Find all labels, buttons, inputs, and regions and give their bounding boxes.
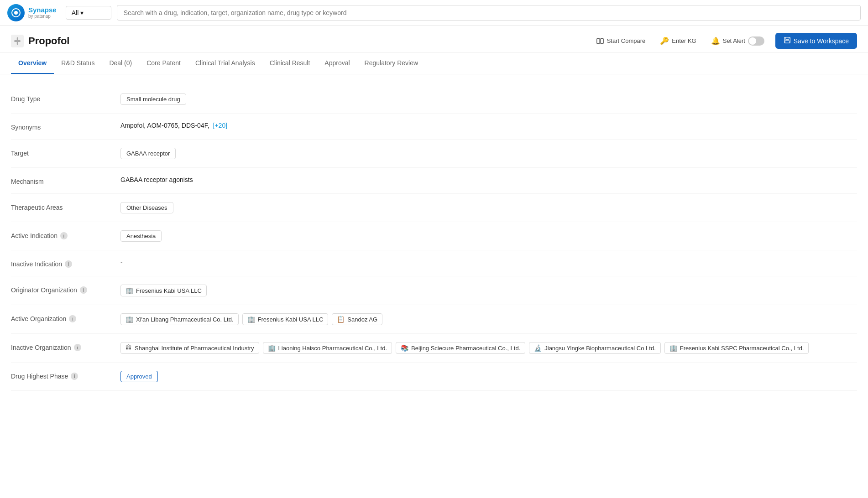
- synonyms-more-link[interactable]: [+20]: [213, 122, 228, 129]
- inactive-org-tag-4: 🏢 Fresenius Kabi SSPC Pharmaceutical Co.…: [664, 342, 809, 354]
- active-indication-label: Active Indication i: [11, 230, 120, 239]
- active-indication-tag: Anesthesia: [120, 230, 162, 242]
- tab-core-patent[interactable]: Core Patent: [139, 53, 188, 74]
- target-label: Target: [11, 148, 120, 157]
- tab-bar: Overview R&D Status Deal (0) Core Patent…: [0, 53, 868, 74]
- mechanism-value: GABAA receptor agonists: [120, 176, 857, 183]
- enter-kg-button[interactable]: 🔑 Enter KG: [656, 34, 700, 48]
- mechanism-row: Mechanism GABAA receptor agonists: [11, 168, 857, 194]
- synonyms-label: Synonyms: [11, 122, 120, 131]
- target-row: Target GABAA receptor: [11, 140, 857, 168]
- active-org-name-0: Xi'an Libang Pharmaceutical Co. Ltd.: [136, 316, 234, 323]
- logo-text: Synapse by patsnap: [28, 6, 57, 19]
- drug-highest-phase-tag: Approved: [120, 371, 158, 382]
- inactive-org-tag-3: 🔬 Jiangsu Yingke Biopharmaceutical Co Lt…: [529, 342, 661, 354]
- alert-icon: 🔔: [711, 36, 720, 45]
- svg-point-1: [14, 11, 18, 15]
- drug-highest-phase-row: Drug Highest Phase i Approved: [11, 363, 857, 391]
- originator-org-label: Originator Organization i: [11, 285, 120, 294]
- active-org-row: Active Organization i 🏢 Xi'an Libang Pha…: [11, 305, 857, 334]
- inactive-org-name-1: Liaoning Haisco Pharmaceutical Co., Ltd.: [278, 345, 387, 352]
- originator-org-value: 🏢 Fresenius Kabi USA LLC: [120, 285, 857, 296]
- inactive-org-info-icon[interactable]: i: [74, 344, 81, 351]
- compare-icon: [596, 36, 604, 45]
- drug-type-value: Small molecule drug: [120, 93, 857, 105]
- svg-rect-7: [785, 41, 790, 43]
- page-title: Propofol: [28, 35, 69, 47]
- drug-type-label: Drug Type: [11, 93, 120, 103]
- inactive-org-tag-1: 🏢 Liaoning Haisco Pharmaceutical Co., Lt…: [263, 342, 392, 354]
- synonyms-value: Ampofol, AOM-0765, DDS-04F, [+20]: [120, 122, 857, 129]
- enter-kg-label: Enter KG: [672, 37, 696, 44]
- inactive-org-tag-0: 🏛 Shanghai Institute of Pharmaceutical I…: [120, 342, 259, 354]
- logo-icon: [7, 4, 25, 21]
- inactive-indication-row: Inactive Indication i -: [11, 250, 857, 276]
- inactive-indication-value: -: [120, 259, 857, 266]
- originator-org-info-icon[interactable]: i: [80, 286, 87, 294]
- target-tag: GABAA receptor: [120, 148, 176, 159]
- inactive-indication-dash: -: [120, 259, 123, 266]
- toggle-knob: [749, 37, 756, 45]
- tab-rd-status[interactable]: R&D Status: [54, 53, 102, 74]
- target-value: GABAA receptor: [120, 148, 857, 159]
- overview-content: Drug Type Small molecule drug Synonyms A…: [0, 74, 868, 402]
- tab-regulatory-review[interactable]: Regulatory Review: [357, 53, 426, 74]
- start-compare-label: Start Compare: [607, 37, 646, 44]
- therapeutic-areas-tag: Other Diseases: [120, 202, 173, 213]
- logo: Synapse by patsnap: [7, 4, 57, 21]
- save-workspace-button[interactable]: Save to Workspace: [775, 33, 857, 49]
- drug-type-tag: Small molecule drug: [120, 93, 186, 105]
- set-alert-button[interactable]: 🔔 Set Alert: [707, 34, 768, 48]
- inactive-org-label: Inactive Organization i: [11, 342, 120, 351]
- start-compare-button[interactable]: Start Compare: [592, 34, 649, 48]
- active-org-label: Active Organization i: [11, 313, 120, 322]
- active-org-tag-2: 📋 Sandoz AG: [332, 313, 382, 325]
- inactive-indication-label: Inactive Indication i: [11, 259, 120, 268]
- search-category-dropdown[interactable]: All ▾: [66, 6, 111, 20]
- tab-overview[interactable]: Overview: [11, 53, 54, 74]
- save-workspace-label: Save to Workspace: [794, 37, 849, 45]
- logo-title: Synapse: [28, 6, 57, 14]
- originator-org-icon: 🏢: [125, 287, 133, 294]
- inactive-org-name-4: Fresenius Kabi SSPC Pharmaceutical Co., …: [680, 345, 804, 352]
- drug-highest-phase-info-icon[interactable]: i: [71, 373, 78, 380]
- active-org-name-2: Sandoz AG: [347, 316, 377, 323]
- alert-toggle[interactable]: [748, 36, 764, 46]
- active-org-tag-0: 🏢 Xi'an Libang Pharmaceutical Co. Ltd.: [120, 313, 239, 325]
- tab-clinical-trial[interactable]: Clinical Trial Analysis: [188, 53, 262, 74]
- mechanism-label: Mechanism: [11, 176, 120, 185]
- header-actions: Start Compare 🔑 Enter KG 🔔 Set Alert Sav…: [592, 33, 857, 49]
- logo-sub: by patsnap: [28, 14, 57, 19]
- drug-highest-phase-label: Drug Highest Phase i: [11, 371, 120, 380]
- inactive-org-row: Inactive Organization i 🏛 Shanghai Insti…: [11, 334, 857, 363]
- therapeutic-areas-row: Therapeutic Areas Other Diseases: [11, 194, 857, 222]
- active-indication-info-icon[interactable]: i: [60, 232, 68, 239]
- set-alert-label: Set Alert: [723, 37, 745, 44]
- originator-org-row: Originator Organization i 🏢 Fresenius Ka…: [11, 276, 857, 305]
- svg-rect-4: [601, 38, 603, 43]
- kg-icon: 🔑: [660, 36, 669, 45]
- inactive-indication-info-icon[interactable]: i: [65, 260, 72, 268]
- inactive-org-tag-2: 📚 Beijing Sciecure Pharmaceutical Co., L…: [396, 342, 525, 354]
- synonyms-row: Synonyms Ampofol, AOM-0765, DDS-04F, [+2…: [11, 114, 857, 140]
- originator-org-name: Fresenius Kabi USA LLC: [136, 287, 202, 294]
- inactive-org-name-0: Shanghai Institute of Pharmaceutical Ind…: [135, 345, 254, 352]
- active-indication-value: Anesthesia: [120, 230, 857, 242]
- drug-type-row: Drug Type Small molecule drug: [11, 85, 857, 114]
- drug-highest-phase-value: Approved: [120, 371, 857, 382]
- active-org-name-1: Fresenius Kabi USA LLC: [258, 316, 324, 323]
- save-icon: [784, 36, 791, 45]
- tab-deal[interactable]: Deal (0): [102, 53, 139, 74]
- active-indication-row: Active Indication i Anesthesia: [11, 222, 857, 250]
- svg-rect-3: [597, 38, 600, 43]
- originator-org-tag: 🏢 Fresenius Kabi USA LLC: [120, 285, 207, 296]
- tab-approval[interactable]: Approval: [317, 53, 357, 74]
- search-category-label: All: [72, 9, 79, 16]
- inactive-org-name-2: Beijing Sciecure Pharmaceutical Co., Ltd…: [411, 345, 520, 352]
- therapeutic-areas-value: Other Diseases: [120, 202, 857, 213]
- active-org-tag-1: 🏢 Fresenius Kabi USA LLC: [242, 313, 329, 325]
- tab-clinical-result[interactable]: Clinical Result: [262, 53, 318, 74]
- search-input[interactable]: [117, 5, 861, 21]
- drug-title-area: Propofol: [11, 35, 69, 47]
- active-org-info-icon[interactable]: i: [69, 315, 76, 322]
